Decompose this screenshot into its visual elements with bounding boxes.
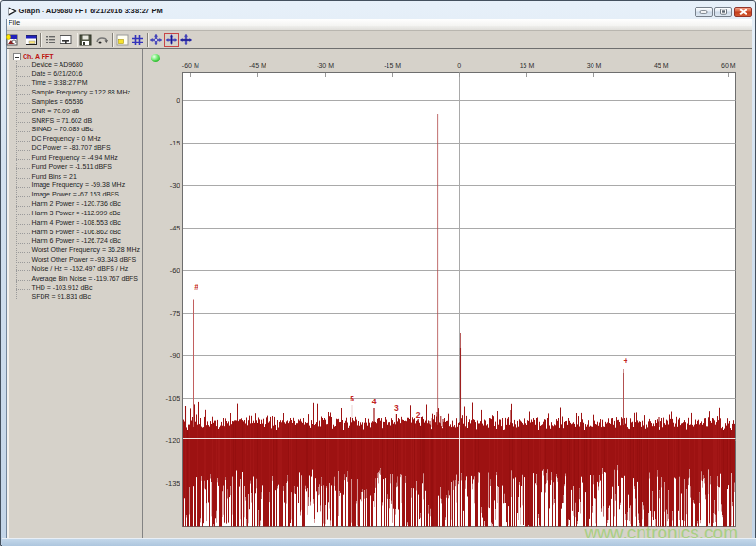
svg-text:-45 M: -45 M <box>249 62 266 69</box>
svg-text:0: 0 <box>176 96 180 105</box>
svg-text:0: 0 <box>457 62 461 69</box>
svg-text:15 M: 15 M <box>520 62 535 69</box>
svg-text:+: + <box>623 356 627 366</box>
svg-text:4: 4 <box>372 397 377 406</box>
svg-text:-15: -15 <box>170 139 180 147</box>
svg-text:-45: -45 <box>170 224 180 232</box>
svg-text:#: # <box>194 282 198 292</box>
svg-text:5: 5 <box>350 394 354 403</box>
svg-text:-30: -30 <box>170 181 180 190</box>
svg-text:30 M: 30 M <box>587 62 602 69</box>
svg-text:-120: -120 <box>165 436 180 445</box>
svg-text:-60 M: -60 M <box>182 62 199 69</box>
svg-text:-135: -135 <box>165 479 180 487</box>
svg-text:-90: -90 <box>170 351 180 360</box>
svg-text:-30 M: -30 M <box>317 62 334 69</box>
svg-text:-75: -75 <box>170 309 180 317</box>
svg-text:-105: -105 <box>165 394 180 402</box>
svg-text:-60: -60 <box>170 266 180 275</box>
svg-text:-15 M: -15 M <box>384 62 401 69</box>
svg-text:2: 2 <box>416 410 421 419</box>
svg-text:3: 3 <box>394 403 399 413</box>
svg-text:45 M: 45 M <box>654 62 669 69</box>
svg-text:60 M: 60 M <box>721 62 736 69</box>
